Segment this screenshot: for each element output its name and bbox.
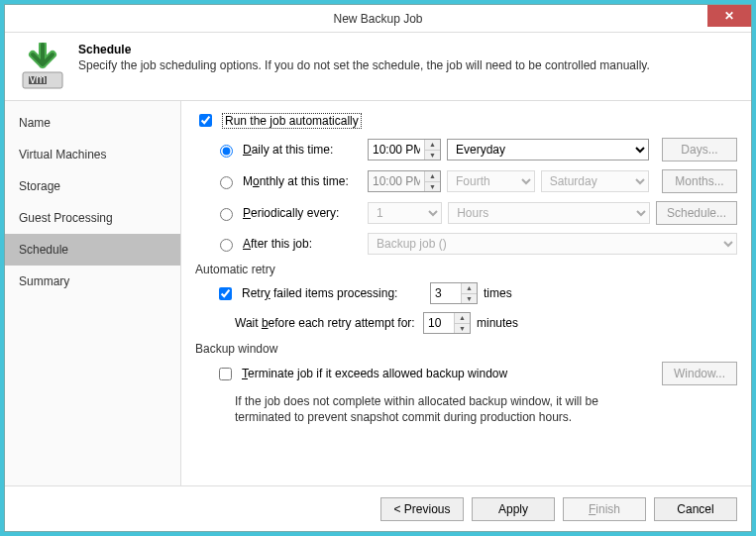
spin-up-icon[interactable]: ▲ [425, 140, 440, 151]
retry-checkbox[interactable] [219, 287, 232, 300]
monthly-time-input [369, 171, 424, 191]
terminate-checkbox[interactable] [219, 368, 232, 380]
spin-down-icon: ▼ [425, 182, 440, 192]
sidebar-item-schedule[interactable]: Schedule [5, 234, 180, 266]
months-button[interactable]: Months... [662, 169, 737, 193]
monthly-label: Monthly at this time: [243, 174, 362, 188]
retry-wait-spinner[interactable]: ▲▼ [423, 312, 471, 334]
daily-time-input[interactable] [369, 140, 424, 160]
after-job-radio[interactable] [220, 239, 233, 252]
monthly-time-spinner: ▲▼ [368, 170, 441, 192]
monthly-radio[interactable] [220, 176, 233, 189]
days-button[interactable]: Days... [662, 138, 737, 161]
retry-count-input[interactable] [431, 283, 461, 303]
spin-up-icon[interactable]: ▲ [455, 313, 470, 324]
window-title: New Backup Job [333, 12, 422, 26]
periodically-radio[interactable] [220, 208, 233, 221]
footer: < Previous Apply Finish Cancel [5, 485, 751, 531]
retry-minutes-label: minutes [477, 316, 518, 330]
daily-label: Daily at this time: [243, 143, 362, 157]
finish-button[interactable]: Finish [563, 497, 646, 521]
sidebar-item-storage[interactable]: Storage [5, 170, 180, 202]
schedule-button[interactable]: Schedule... [656, 201, 737, 225]
retry-wait-input[interactable] [424, 313, 454, 333]
previous-button[interactable]: < Previous [380, 497, 464, 521]
close-button[interactable]: ✕ [707, 5, 751, 27]
header-description: Specify the job scheduling options. If y… [78, 58, 737, 72]
period-value-select: 1 [368, 202, 442, 224]
spin-down-icon[interactable]: ▼ [462, 294, 477, 304]
retry-label: Retry failed items processing: [242, 286, 424, 300]
run-automatically-label: Run the job automatically [222, 113, 362, 129]
daily-radio[interactable] [220, 145, 233, 158]
run-automatically-checkbox[interactable] [199, 114, 212, 127]
sidebar-item-guest-processing[interactable]: Guest Processing [5, 202, 180, 234]
spin-up-icon: ▲ [425, 171, 440, 182]
after-job-select: Backup job () [368, 233, 737, 255]
cancel-button[interactable]: Cancel [654, 497, 737, 521]
wizard-sidebar: Name Virtual Machines Storage Guest Proc… [5, 101, 181, 485]
sidebar-item-name[interactable]: Name [5, 107, 180, 139]
retry-count-spinner[interactable]: ▲▼ [430, 282, 478, 304]
spin-down-icon[interactable]: ▼ [425, 151, 440, 161]
monthly-ordinal-select: Fourth [447, 170, 535, 192]
schedule-icon: vm [19, 43, 66, 90]
period-unit-select: Hours [448, 202, 649, 224]
titlebar: New Backup Job ✕ [5, 5, 751, 33]
backup-window-group: Backup window [195, 342, 737, 356]
daily-time-spinner[interactable]: ▲▼ [368, 139, 441, 161]
retry-wait-label: Wait before each retry attempt for: [235, 316, 417, 330]
automatic-retry-group: Automatic retry [195, 263, 737, 276]
header-title: Schedule [78, 43, 737, 56]
svg-text:vm: vm [30, 72, 46, 86]
apply-button[interactable]: Apply [472, 497, 555, 521]
backup-window-note: If the job does not complete within allo… [235, 393, 651, 425]
header: vm Schedule Specify the job scheduling o… [5, 33, 751, 101]
sidebar-item-virtual-machines[interactable]: Virtual Machines [5, 139, 180, 170]
daily-frequency-select[interactable]: Everyday [447, 139, 649, 161]
retry-times-label: times [484, 286, 512, 300]
periodically-label: Periodically every: [243, 206, 362, 220]
content-panel: Run the job automatically Daily at this … [181, 101, 751, 485]
monthly-day-select: Saturday [541, 170, 650, 192]
sidebar-item-summary[interactable]: Summary [5, 266, 180, 297]
spin-up-icon[interactable]: ▲ [462, 283, 477, 294]
window-button[interactable]: Window... [662, 362, 737, 385]
terminate-label: Terminate job if it exceeds allowed back… [242, 367, 646, 380]
spin-down-icon[interactable]: ▼ [455, 324, 470, 334]
window: New Backup Job ✕ vm Schedule Specify the… [4, 4, 752, 532]
after-job-label: After this job: [243, 237, 362, 251]
